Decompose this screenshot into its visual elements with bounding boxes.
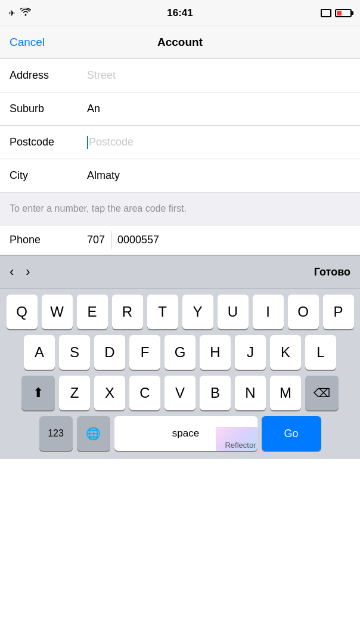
phone-row[interactable]: Phone 707 0000557 [0, 225, 360, 255]
keyboard-row-4: 123 🌐 space Reflector Go [2, 416, 358, 451]
delete-key[interactable]: ⌫ [305, 376, 339, 410]
done-button[interactable]: Готово [314, 266, 350, 278]
address-row[interactable]: Address Street [0, 59, 360, 92]
key-x[interactable]: X [94, 376, 125, 410]
postcode-row[interactable]: Postcode Postcode [0, 126, 360, 159]
key-k[interactable]: K [270, 335, 301, 370]
screen-icon [321, 9, 331, 17]
suburb-row[interactable]: Suburb An [0, 92, 360, 126]
hint-text: To enter a number, tap the area code fir… [10, 203, 187, 213]
key-u[interactable]: U [218, 295, 249, 329]
space-key[interactable]: space Reflector [114, 416, 257, 451]
status-time: 16:41 [167, 7, 193, 19]
key-y[interactable]: Y [182, 295, 213, 329]
nav-bar: Cancel Account [0, 26, 360, 59]
space-label: space [172, 428, 199, 439]
globe-key[interactable]: 🌐 [77, 416, 110, 451]
form-container: Address Street Suburb An Postcode Postco… [0, 59, 360, 193]
numbers-key[interactable]: 123 [39, 416, 73, 451]
key-g[interactable]: G [165, 335, 195, 370]
key-a[interactable]: A [24, 335, 55, 370]
status-bar: ✈ 16:41 [0, 0, 360, 26]
key-m[interactable]: M [270, 376, 301, 410]
key-f[interactable]: F [129, 335, 160, 370]
suburb-label: Suburb [10, 103, 87, 115]
key-o[interactable]: O [288, 295, 319, 329]
wifi-icon [20, 8, 31, 18]
cursor [87, 136, 88, 149]
key-i[interactable]: I [253, 295, 284, 329]
key-h[interactable]: H [200, 335, 231, 370]
toolbar-nav: ‹ › [10, 264, 30, 280]
city-label: City [10, 169, 87, 182]
keyboard-row-3: ⬆ Z X C V B N M ⌫ [2, 376, 358, 410]
address-label: Address [10, 69, 87, 82]
keyboard-toolbar: ‹ › Готово [0, 255, 360, 289]
key-l[interactable]: L [305, 335, 336, 370]
key-n[interactable]: N [235, 376, 266, 410]
city-value[interactable]: Almaty [87, 169, 350, 182]
status-left: ✈ [8, 8, 31, 18]
key-c[interactable]: C [129, 376, 160, 410]
airplane-icon: ✈ [8, 8, 15, 18]
next-field-button[interactable]: › [26, 264, 30, 280]
status-right [321, 9, 352, 17]
page-title: Account [157, 36, 203, 49]
key-r[interactable]: R [112, 295, 143, 329]
key-s[interactable]: S [59, 335, 90, 370]
battery-fill [337, 11, 342, 16]
key-j[interactable]: J [235, 335, 266, 370]
phone-separator [111, 231, 111, 249]
reflector-text: Reflector [225, 441, 256, 450]
phone-label: Phone [10, 234, 87, 246]
city-row[interactable]: City Almaty [0, 159, 360, 193]
phone-number[interactable]: 0000557 [117, 234, 159, 246]
suburb-value[interactable]: An [87, 103, 350, 115]
postcode-value[interactable]: Postcode [87, 136, 350, 149]
key-z[interactable]: Z [59, 376, 90, 410]
keyboard: Q W E R T Y U I O P A S D F G H J K L ⬆ … [0, 289, 360, 459]
key-d[interactable]: D [94, 335, 125, 370]
go-key[interactable]: Go [262, 416, 321, 451]
phone-area-code[interactable]: 707 [87, 234, 105, 246]
keyboard-row-1: Q W E R T Y U I O P [2, 295, 358, 329]
keyboard-row-2: A S D F G H J K L [2, 335, 358, 370]
key-b[interactable]: B [200, 376, 231, 410]
prev-field-button[interactable]: ‹ [10, 264, 14, 280]
cancel-button[interactable]: Cancel [10, 36, 45, 49]
postcode-label: Postcode [10, 136, 87, 148]
key-t[interactable]: T [147, 295, 178, 329]
hint-area: To enter a number, tap the area code fir… [0, 193, 360, 225]
address-value[interactable]: Street [87, 69, 350, 82]
key-w[interactable]: W [42, 295, 73, 329]
key-v[interactable]: V [165, 376, 195, 410]
key-q[interactable]: Q [7, 295, 38, 329]
postcode-placeholder: Postcode [89, 136, 134, 148]
key-e[interactable]: E [77, 295, 108, 329]
key-p[interactable]: P [323, 295, 354, 329]
battery-icon [335, 9, 352, 17]
shift-key[interactable]: ⬆ [21, 376, 55, 410]
